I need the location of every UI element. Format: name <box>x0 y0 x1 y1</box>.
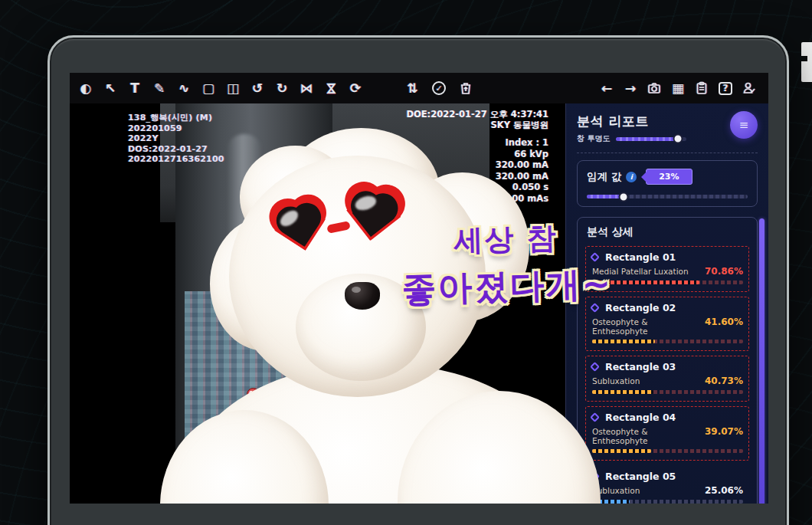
patient-id-line: 202201059 <box>128 123 224 134</box>
analysis-item-progressbar <box>592 449 743 453</box>
accession-line: 2022012716362100 <box>128 154 224 165</box>
toolbar-nav-group: ← → ▦ ? <box>600 81 756 95</box>
invert-icon[interactable]: ◐ <box>79 82 93 95</box>
flip-pages-icon[interactable]: ◫ <box>226 82 240 95</box>
study-date-line: DOS:2022-01-27 <box>128 144 224 155</box>
threshold-slider-thumb[interactable] <box>619 192 629 202</box>
opacity-slider-fill <box>616 137 678 141</box>
threshold-label: 임계 값 <box>587 170 621 184</box>
hospital-name: SKY 동물병원 <box>406 120 548 130</box>
exposure-datetime: DOE:2022-01-27 오후 4:37:41 <box>406 109 548 120</box>
camera-icon[interactable] <box>647 81 661 95</box>
opacity-slider-thumb[interactable] <box>673 134 683 144</box>
study-info-overlay: DOE:2022-01-27 오후 4:37:41 SKY 동물병원 <box>406 109 548 130</box>
stage: ◐ ↖ T ✎ ∿ ▢ ◫ ↺ ↻ ⋈ ⋈ ⟳ ⇅ ✓ <box>0 0 812 525</box>
pencil-icon[interactable]: ✎ <box>152 82 166 95</box>
app-screen: ◐ ↖ T ✎ ∿ ▢ ◫ ↺ ↻ ⋈ ⋈ ⟳ ⇅ ✓ <box>70 73 768 504</box>
exposure-ma2: 320.00 mA <box>496 171 548 182</box>
analysis-item[interactable]: Rectangle 05Subluxation25.06% <box>585 465 749 504</box>
analysis-item-finding: Osteophyte & Enthesophyte <box>592 427 705 445</box>
user-check-icon[interactable] <box>742 81 756 95</box>
threshold-value-badge: 23% <box>646 169 692 185</box>
roi-marker-04[interactable]: 04 <box>266 412 279 425</box>
back-icon[interactable]: ← <box>600 82 614 95</box>
confirm-icon[interactable]: ✓ <box>432 81 446 95</box>
flip-horizontal-icon[interactable]: ⋈ <box>300 82 313 95</box>
analysis-item-progressbar <box>592 340 743 343</box>
rectangle-icon <box>590 471 600 481</box>
shape-tool-icon[interactable]: ▢ <box>201 82 215 95</box>
info-icon[interactable]: i <box>626 172 637 182</box>
exposure-info-overlay: Index : 1 66 kVp 320.00 mA 320.00 mA 0.0… <box>496 137 548 204</box>
analysis-item-progress-fill <box>592 500 630 504</box>
analysis-item-finding: Subluxation <box>592 486 640 495</box>
panel-title: 분석 리포트 <box>577 113 686 130</box>
analysis-item-value: 40.73% <box>705 376 743 386</box>
redo-icon[interactable]: ↻ <box>275 82 289 95</box>
opacity-slider[interactable] <box>616 137 686 141</box>
roi-marker-03[interactable]: 03 <box>247 388 260 401</box>
rectangle-icon <box>590 362 600 372</box>
text-tool-icon[interactable]: T <box>128 82 142 95</box>
opacity-label: 창 투명도 <box>577 133 610 144</box>
analysis-item-progress-fill <box>592 449 651 453</box>
cursor-icon[interactable]: ↖ <box>103 82 117 95</box>
divider <box>577 153 758 153</box>
trash-icon[interactable] <box>459 81 473 95</box>
panel-header: 분석 리포트 창 투명도 ≡ <box>577 113 758 144</box>
tablet-device: ◐ ↖ T ✎ ∿ ▢ ◫ ↺ ↻ ⋈ ⋈ ⟳ ⇅ ✓ <box>47 35 789 525</box>
meme-line-1: 세상 참 <box>379 217 633 263</box>
analysis-item[interactable]: Rectangle 03Subluxation40.73% <box>585 356 749 402</box>
freehand-icon[interactable]: ∿ <box>177 82 191 95</box>
analysis-item-value: 41.60% <box>705 317 743 327</box>
meme-caption: 세상 참 좋아졌다개~ <box>379 217 634 313</box>
analysis-item[interactable]: Rectangle 04Osteophyte & Enthesophyte39.… <box>585 406 749 461</box>
undo-icon[interactable]: ↺ <box>250 82 264 95</box>
toolbar-edit-group: ◐ ↖ T ✎ ∿ ▢ ◫ ↺ ↻ ⋈ ⋈ ⟳ <box>79 82 362 95</box>
analysis-item-value: 39.07% <box>705 426 743 437</box>
exposure-ma1: 320.00 mA <box>496 159 548 171</box>
exposure-index: Index : 1 <box>496 137 548 149</box>
patient-year-line: 2022Y <box>128 133 224 144</box>
forward-icon[interactable]: → <box>624 82 637 95</box>
analysis-item-name: Rectangle 03 <box>605 361 676 372</box>
analysis-item-value: 25.06% <box>705 485 743 496</box>
flip-vertical-icon[interactable]: ⋈ <box>325 81 338 95</box>
analysis-item-progress-fill <box>592 340 655 343</box>
threshold-slider[interactable] <box>587 195 748 199</box>
exposure-mas: 16.00 mAs <box>496 193 548 205</box>
analysis-item-finding: Osteophyte & Enthesophyte <box>592 317 705 336</box>
clipboard-icon[interactable] <box>695 81 709 95</box>
rotate-icon[interactable]: ⟳ <box>349 82 362 95</box>
toolbar-action-group: ⇅ ✓ <box>405 81 473 95</box>
rectangle-icon <box>590 412 600 422</box>
panel-scrollbar[interactable] <box>759 218 765 504</box>
film-icon[interactable]: ▦ <box>671 82 685 95</box>
threshold-card: 임계 값 i 23% <box>577 160 758 207</box>
sort-icon[interactable]: ⇅ <box>405 82 419 95</box>
analysis-item-name: Rectangle 05 <box>605 471 676 482</box>
patient-info-overlay: 138_행복(시민) (M) 202201059 2022Y DOS:2022-… <box>128 113 224 165</box>
patient-name-line: 138_행복(시민) (M) <box>128 113 224 123</box>
exposure-sec: 0.050 s <box>496 182 548 193</box>
help-icon[interactable]: ? <box>719 82 732 95</box>
analysis-item-name: Rectangle 04 <box>605 412 676 423</box>
analysis-item-progress-fill <box>592 390 653 394</box>
analysis-item-progressbar <box>592 500 743 504</box>
panel-menu-button[interactable]: ≡ <box>730 111 758 139</box>
meme-line-2: 좋아졌다개~ <box>380 261 634 313</box>
analysis-item-finding: Subluxation <box>592 376 640 386</box>
toolbar: ◐ ↖ T ✎ ∿ ▢ ◫ ↺ ↻ ⋈ ⋈ ⟳ ⇅ ✓ <box>70 73 768 103</box>
edge-logo-fragment <box>801 42 812 82</box>
exposure-kvp: 66 kVp <box>496 149 548 160</box>
analysis-item-value: 70.86% <box>705 266 743 277</box>
opacity-control: 창 투명도 <box>577 133 686 144</box>
analysis-item-progressbar <box>592 390 743 394</box>
